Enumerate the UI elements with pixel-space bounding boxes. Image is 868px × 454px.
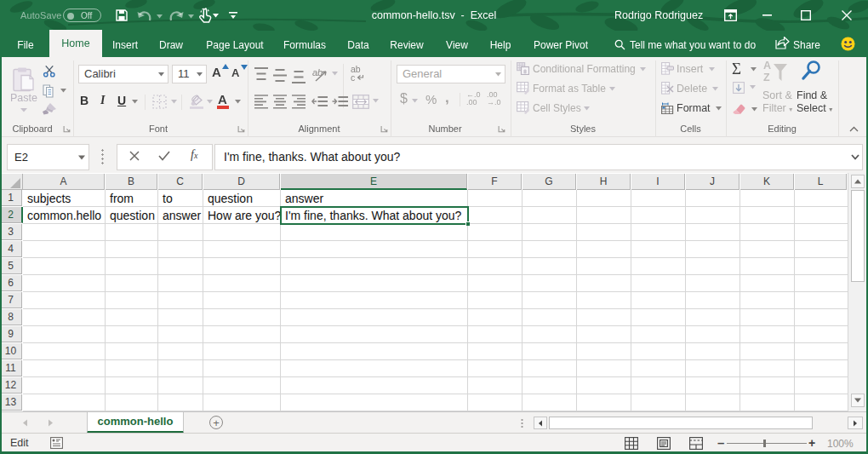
svg-text:c: c — [351, 72, 355, 82]
